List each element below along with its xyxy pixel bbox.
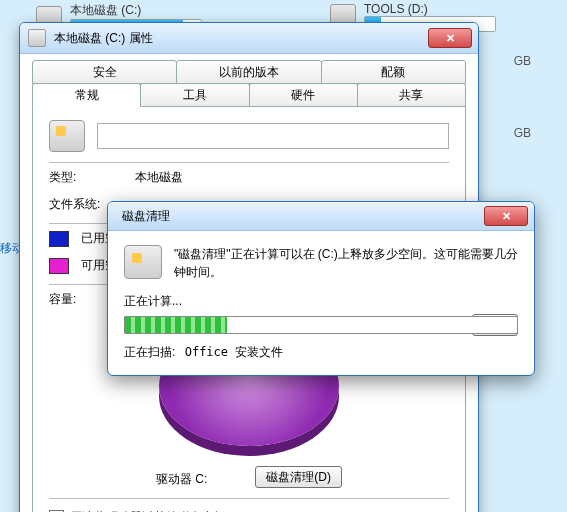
tab-hardware[interactable]: 硬件 xyxy=(249,83,358,107)
bg-drive-c-label: 本地磁盘 (C:) xyxy=(70,2,202,19)
cleanup-icon xyxy=(124,245,162,279)
volume-name-input[interactable] xyxy=(97,123,449,149)
tab-quota[interactable]: 配额 xyxy=(321,60,466,84)
cleanup-titlebar[interactable]: 磁盘清理 ✕ xyxy=(108,202,534,231)
cleanup-title: 磁盘清理 xyxy=(116,208,476,225)
used-swatch xyxy=(49,231,69,247)
tab-security[interactable]: 安全 xyxy=(32,60,177,84)
bg-size-c: GB xyxy=(514,54,531,68)
bg-drive-d-label: TOOLS (D:) xyxy=(364,2,496,16)
scanning-label: 正在扫描: xyxy=(124,345,175,359)
properties-title: 本地磁盘 (C:) 属性 xyxy=(54,30,420,47)
disk-cleanup-button[interactable]: 磁盘清理(D) xyxy=(255,466,342,488)
cleanup-message: "磁盘清理"正在计算可以在 (C:)上释放多少空间。这可能需要几分钟时间。 xyxy=(174,245,518,281)
scanning-value: Office 安装文件 xyxy=(185,345,284,359)
bg-size-d: GB xyxy=(514,126,531,140)
tab-previous-versions[interactable]: 以前的版本 xyxy=(176,60,321,84)
calculating-label: 正在计算... xyxy=(124,293,518,310)
type-value: 本地磁盘 xyxy=(135,169,183,186)
disk-cleanup-dialog: 磁盘清理 ✕ "磁盘清理"正在计算可以在 (C:)上释放多少空间。这可能需要几分… xyxy=(107,201,535,376)
drive-icon xyxy=(49,120,85,152)
drive-letter-label: 驱动器 C: xyxy=(156,471,207,488)
close-icon[interactable]: ✕ xyxy=(428,28,472,48)
drive-icon xyxy=(28,29,46,47)
tab-general[interactable]: 常规 xyxy=(32,83,141,107)
free-swatch xyxy=(49,258,69,274)
tab-sharing[interactable]: 共享 xyxy=(357,83,466,107)
close-icon[interactable]: ✕ xyxy=(484,206,528,226)
cleanup-progress xyxy=(124,316,518,334)
type-label: 类型: xyxy=(49,169,123,186)
tab-tools[interactable]: 工具 xyxy=(140,83,249,107)
properties-titlebar[interactable]: 本地磁盘 (C:) 属性 ✕ xyxy=(20,23,478,54)
